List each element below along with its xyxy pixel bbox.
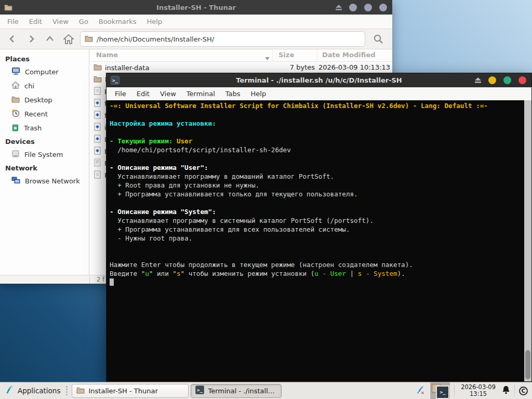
svg-text:>_: >_ [197, 388, 203, 393]
column-size[interactable]: Size [278, 51, 294, 59]
terminal-line [110, 198, 531, 207]
home-button[interactable] [61, 32, 76, 46]
maximize-button[interactable] [364, 4, 372, 11]
terminal-line: + Root права для установки не нужны. [110, 181, 531, 190]
scrollbar-thumb[interactable] [525, 350, 530, 379]
terminal-cursor-line [110, 278, 531, 287]
terminal-cursor [110, 278, 114, 286]
terminal-icon: >_ [195, 385, 204, 396]
menu-item-edit[interactable]: Edit [24, 16, 47, 28]
up-button[interactable] [43, 32, 57, 46]
menu-item-bookmarks[interactable]: Bookmarks [94, 16, 142, 28]
terminal-icon: >_ [111, 76, 119, 85]
applications-menu-button[interactable]: Applications [2, 382, 63, 399]
terminal-line: + Программа устанавливается для всех пол… [110, 225, 531, 234]
terminal-line [110, 243, 531, 251]
terminal-line: Введите "u" или "s" чтобы изменить режим… [110, 269, 531, 278]
terminal-line [110, 128, 531, 137]
maximize-button[interactable] [503, 76, 511, 84]
sidebar-item-desktop[interactable]: Desktop [0, 93, 89, 107]
terminal-line: Устанавливает программу в системный ката… [110, 216, 531, 225]
svg-text:>_: >_ [112, 78, 118, 83]
column-name[interactable]: Name [96, 51, 118, 59]
statusbar-text: 2 f [97, 276, 104, 283]
sidebar-item-file-system[interactable]: File System [0, 148, 89, 162]
menu-item-tabs[interactable]: Tabs [220, 88, 246, 99]
minimize-button[interactable] [488, 76, 496, 84]
textfile-icon [94, 87, 101, 97]
script-icon [94, 147, 101, 156]
workspace-switcher[interactable]: >_ [430, 382, 450, 399]
clipboard-manager-icon[interactable]: C [519, 387, 528, 395]
sidebar-item-chi[interactable]: chi [0, 79, 89, 93]
folder-icon [94, 63, 102, 73]
terminal-line: /home/chi/portsoft/script/installer-sh-2… [110, 145, 531, 154]
folder-icon [85, 34, 93, 44]
sidebar-section-network: Network [0, 162, 89, 174]
panel-grip[interactable] [65, 385, 68, 396]
folder-icon [4, 3, 12, 11]
sidebar-item-label: Browse Network [25, 177, 80, 185]
close-button[interactable] [518, 76, 526, 84]
computer-icon [11, 67, 20, 77]
minimize-button[interactable] [349, 4, 357, 11]
notifier-feather-icon[interactable]: ✕ [416, 385, 426, 397]
taskbar-window-thunar[interactable]: Installer-SH - Thunar [72, 384, 189, 398]
terminal-line: - Нужны root права. [110, 234, 531, 243]
sidebar-item-browse-network[interactable]: Browse Network [0, 174, 89, 188]
thunar-titlebar[interactable]: Installer-SH - Thunar [0, 0, 392, 15]
keep-above-icon[interactable] [475, 75, 481, 85]
taskbar-window-terminal[interactable]: >_ Terminal - ./installer.sh /... [191, 384, 282, 398]
menu-item-file[interactable]: File [110, 88, 131, 99]
sidebar-item-label: chi [24, 82, 34, 90]
menu-item-help[interactable]: Help [246, 88, 272, 99]
sidebar-section-places: Places [0, 52, 89, 65]
folder-icon [94, 75, 102, 85]
menu-item-view[interactable]: View [47, 16, 74, 28]
terminal-line: + Программа устанавливается только для т… [110, 190, 531, 198]
menu-item-terminal[interactable]: Terminal [181, 88, 220, 99]
sidebar-item-label: File System [24, 151, 63, 158]
sidebar-item-trash[interactable]: Trash [0, 121, 89, 135]
sidebar-item-recent[interactable]: Recent [0, 107, 89, 121]
sidebar-item-label: Recent [24, 110, 48, 118]
applications-label: Applications [18, 387, 60, 395]
search-icon[interactable] [369, 32, 387, 46]
sidebar-item-label: Desktop [24, 96, 52, 104]
terminal-scrollbar[interactable] [524, 100, 531, 381]
textfile-icon [94, 170, 101, 180]
file-size: 7 bytes [252, 63, 315, 71]
terminal-line: - Текущий режим: User [110, 137, 531, 145]
svg-text:✕: ✕ [421, 391, 424, 395]
script-icon [94, 123, 101, 132]
script-icon [94, 111, 101, 121]
terminal-line: -=: Universal Software Installer Script … [110, 101, 531, 110]
keep-above-icon[interactable] [336, 3, 342, 12]
terminal-titlebar[interactable]: >_ Terminal - ./installer.sh /u/h/c/D/In… [107, 73, 531, 87]
clock[interactable]: 2026-03-09 13:15 [459, 384, 498, 397]
sidebar-item-computer[interactable]: Computer [0, 65, 89, 79]
menu-item-view[interactable]: View [155, 88, 181, 99]
menu-item-file[interactable]: File [2, 16, 24, 28]
path-text: /home/chi/Documents/Installer-SH/ [97, 35, 214, 43]
path-field[interactable]: /home/chi/Documents/Installer-SH/ [80, 31, 365, 47]
menu-item-help[interactable]: Help [141, 16, 167, 28]
file-row[interactable]: installer-data7 bytes2026-03-09 10:13:13 [89, 62, 392, 74]
sidebar-section-devices: Devices [0, 135, 89, 148]
system-tray: ✕ >_ 2026-03-09 13:15 C [416, 382, 530, 399]
menu-item-edit[interactable]: Edit [131, 88, 155, 99]
filelist-header: Name Size Date Modified [89, 49, 392, 62]
back-button[interactable] [5, 32, 20, 46]
thunar-menubar: FileEditViewGoBookmarksHelp [0, 15, 392, 29]
terminal-line: Настройка режима установки: [110, 119, 531, 128]
column-date-modified[interactable]: Date Modified [322, 51, 376, 59]
forward-button[interactable] [24, 32, 38, 46]
menu-item-go[interactable]: Go [74, 16, 94, 28]
notifications-bell-icon[interactable] [502, 385, 510, 396]
mini-terminal-window[interactable]: >_ [436, 385, 449, 399]
taskbar: Applications Installer-SH - Thunar >_ Te… [0, 382, 532, 399]
terminal-output[interactable]: -=: Universal Software Installer Script … [107, 100, 531, 381]
terminal-menubar: FileEditViewTerminalTabsHelp [107, 87, 531, 100]
makefile-icon [94, 158, 101, 168]
close-button[interactable] [379, 4, 387, 11]
